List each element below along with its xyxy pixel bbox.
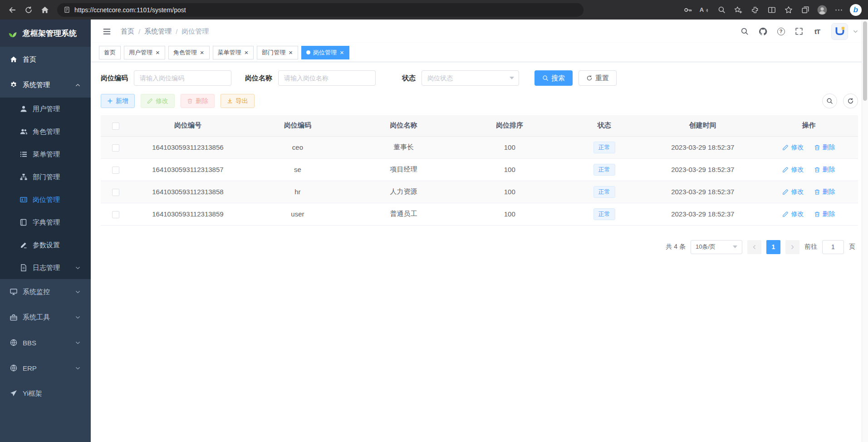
table-row[interactable]: 1641030593112313857 se 项目经理 100 正常 2023-… xyxy=(101,158,858,181)
close-icon[interactable]: × xyxy=(155,49,160,56)
row-delete-button[interactable]: 删除 xyxy=(814,188,835,196)
sidebar-item-param-settings[interactable]: 参数设置 xyxy=(0,234,91,256)
sidebar-item-log-mgmt[interactable]: 日志管理 xyxy=(0,256,91,279)
site-info-icon[interactable] xyxy=(64,6,70,13)
status-select[interactable] xyxy=(422,70,519,86)
sidebar-item-post-mgmt[interactable]: 岗位管理 xyxy=(0,188,91,211)
more-menu-icon[interactable]: ⋯ xyxy=(831,2,847,18)
goto-page-input[interactable] xyxy=(822,240,844,254)
next-page-button[interactable] xyxy=(785,240,799,254)
split-screen-icon[interactable] xyxy=(764,2,780,18)
passwords-key-icon[interactable] xyxy=(680,2,696,18)
home-icon[interactable] xyxy=(37,2,53,18)
github-icon[interactable] xyxy=(755,24,770,39)
select-all-checkbox[interactable] xyxy=(112,123,119,130)
breadcrumb-system-mgmt[interactable]: 系统管理 xyxy=(144,27,172,36)
refresh-table-button[interactable] xyxy=(843,93,858,108)
browser-toolbar: https://ccnetcore.com:1101/system/post A… xyxy=(0,0,868,20)
top-navbar: 首页 / 系统管理 / 岗位管理 ? tT xyxy=(91,20,868,43)
row-checkbox[interactable] xyxy=(112,189,119,196)
scrollbar-thumb[interactable] xyxy=(863,21,867,101)
breadcrumb: 首页 / 系统管理 / 岗位管理 xyxy=(121,27,209,36)
sidebar-item-erp[interactable]: ERP xyxy=(0,355,91,381)
status-badge: 正常 xyxy=(593,164,615,176)
table-row[interactable]: 1641030593112313859 user 普通员工 100 正常 202… xyxy=(101,203,858,225)
row-delete-button[interactable]: 删除 xyxy=(814,143,835,152)
fullscreen-icon[interactable] xyxy=(791,24,807,39)
row-delete-button[interactable]: 删除 xyxy=(814,166,835,174)
row-checkbox[interactable] xyxy=(112,144,119,152)
sidebar-item-dept-mgmt[interactable]: 部门管理 xyxy=(0,166,91,188)
row-edit-button[interactable]: 修改 xyxy=(782,166,804,174)
row-edit-button[interactable]: 修改 xyxy=(782,210,804,218)
tab-user-mgmt[interactable]: 用户管理× xyxy=(124,46,165,59)
post-name-input[interactable] xyxy=(278,70,376,86)
sidebar-item-system-monitor[interactable]: 系统监控 xyxy=(0,279,91,304)
row-checkbox[interactable] xyxy=(112,211,119,218)
row-edit-button[interactable]: 修改 xyxy=(782,143,804,152)
book-icon xyxy=(20,219,27,226)
refresh-icon[interactable] xyxy=(21,2,36,18)
search-button[interactable]: 搜索 xyxy=(535,70,573,86)
font-size-icon[interactable]: tT xyxy=(809,24,825,39)
post-code-input[interactable] xyxy=(134,70,231,86)
prev-page-button[interactable] xyxy=(747,240,761,254)
tab-dept-mgmt[interactable]: 部门管理× xyxy=(257,46,298,59)
user-avatar[interactable] xyxy=(831,23,848,40)
row-delete-button[interactable]: 删除 xyxy=(814,210,835,218)
tab-menu-mgmt[interactable]: 菜单管理× xyxy=(213,46,254,59)
sidebar-item-user-mgmt[interactable]: 用户管理 xyxy=(0,98,91,120)
page-scrollbar[interactable] xyxy=(862,20,868,442)
bing-copilot-icon[interactable]: b xyxy=(848,2,863,18)
sidebar-item-yi-framework[interactable]: Yi框架 xyxy=(0,381,91,406)
sidebar-item-system-tools[interactable]: 系统工具 xyxy=(0,304,91,330)
reset-button[interactable]: 重置 xyxy=(579,70,617,86)
status-select-input[interactable] xyxy=(422,70,519,86)
export-button[interactable]: 导出 xyxy=(221,94,255,108)
trash-icon xyxy=(814,189,820,195)
avatar-chevron-down-icon[interactable] xyxy=(851,24,860,39)
close-icon[interactable]: × xyxy=(244,49,249,56)
globe-icon xyxy=(10,364,17,372)
tab-post-mgmt[interactable]: 岗位管理× xyxy=(301,46,349,59)
zoom-icon[interactable] xyxy=(714,2,729,18)
sidebar-item-menu-mgmt[interactable]: 菜单管理 xyxy=(0,143,91,166)
add-button[interactable]: 新增 xyxy=(101,94,135,108)
leaf-logo-icon xyxy=(7,28,18,39)
back-icon[interactable] xyxy=(5,2,20,18)
sidebar-item-role-mgmt[interactable]: 角色管理 xyxy=(0,120,91,143)
tab-role-mgmt[interactable]: 角色管理× xyxy=(168,46,210,59)
toggle-search-button[interactable] xyxy=(822,93,837,108)
address-bar[interactable]: https://ccnetcore.com:1101/system/post xyxy=(57,3,584,17)
hamburger-icon[interactable] xyxy=(99,24,114,39)
table-row[interactable]: 1641030593112313856 ceo 董事长 100 正常 2023-… xyxy=(101,136,858,158)
help-icon[interactable]: ? xyxy=(773,24,789,39)
tab-home[interactable]: 首页 xyxy=(99,46,121,59)
add-favorite-icon[interactable] xyxy=(731,2,746,18)
row-edit-button[interactable]: 修改 xyxy=(782,188,804,196)
page-size-select[interactable]: 10条/页 xyxy=(691,240,742,254)
edit-button[interactable]: 修改 xyxy=(141,94,175,108)
breadcrumb-home[interactable]: 首页 xyxy=(121,27,134,36)
search-form: 岗位编码 岗位名称 状态 搜索 xyxy=(101,70,858,86)
extensions-icon[interactable] xyxy=(747,2,763,18)
close-icon[interactable]: × xyxy=(200,49,205,56)
favorites-icon[interactable] xyxy=(781,2,796,18)
page-content: 岗位编码 岗位名称 状态 搜索 xyxy=(91,62,868,442)
sidebar-item-home[interactable]: 首页 xyxy=(0,47,91,72)
table-row[interactable]: 1641030593112313858 hr 人力资源 100 正常 2023-… xyxy=(101,181,858,203)
collections-icon[interactable] xyxy=(798,2,813,18)
read-aloud-icon[interactable]: A xyxy=(697,2,712,18)
sidebar-item-system-mgmt[interactable]: 系统管理 xyxy=(0,72,91,98)
breadcrumb-separator: / xyxy=(138,28,140,35)
header-search-icon[interactable] xyxy=(737,24,752,39)
delete-button[interactable]: 删除 xyxy=(181,94,215,108)
close-icon[interactable]: × xyxy=(339,49,344,56)
close-icon[interactable]: × xyxy=(288,49,293,56)
page-number-button[interactable]: 1 xyxy=(766,240,780,254)
row-checkbox[interactable] xyxy=(112,167,119,174)
profile-avatar-icon[interactable] xyxy=(814,2,830,18)
sidebar-item-dict-mgmt[interactable]: 字典管理 xyxy=(0,211,91,234)
sidebar-item-bbs[interactable]: BBS xyxy=(0,330,91,355)
search-icon xyxy=(542,75,549,81)
